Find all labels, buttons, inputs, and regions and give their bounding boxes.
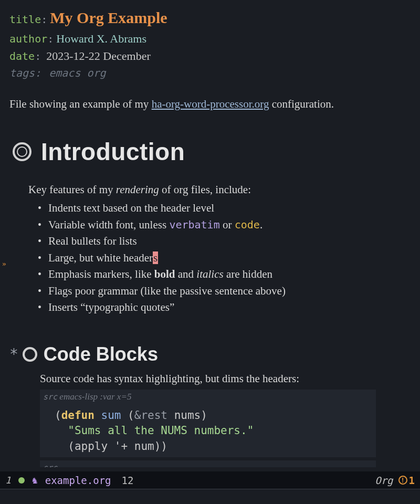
- warning-count: 1: [409, 475, 415, 486]
- section-codeblocks-body: Source code has syntax highlighting, but…: [40, 371, 411, 467]
- src-block-begin: src emacs-lisp :var x=5: [40, 390, 376, 405]
- meta-tags-line: tags: emacs org: [9, 66, 411, 81]
- meta-key-author: author: [9, 33, 47, 45]
- list-item: Real bullets for lists: [38, 233, 411, 250]
- editor-buffer[interactable]: title: My Org Example author: Howard X. …: [0, 0, 420, 467]
- warning-icon: !: [398, 476, 407, 485]
- meta-title-line: title: My Org Example: [9, 6, 411, 29]
- modeline[interactable]: 1 ♞ example.org 12 Org ! 1: [0, 471, 420, 489]
- modeline-right: Org ! 1: [375, 475, 415, 486]
- section2-lead: Source code has syntax highlighting, but…: [40, 371, 411, 386]
- line-number: 12: [122, 475, 134, 486]
- meta-tags-value: emacs org: [49, 67, 106, 79]
- section1-lead: Key features of my rendering of org file…: [28, 182, 411, 198]
- heading1-text: Introduction: [41, 138, 185, 166]
- verbatim-text: verbatim: [169, 218, 219, 231]
- cursor-icon: s: [153, 251, 158, 264]
- list-item: Inserts “typographic quotes”: [38, 299, 411, 316]
- flycheck-warning[interactable]: ! 1: [398, 475, 415, 486]
- heading2-text: Code Blocks: [44, 343, 158, 365]
- feature-list: Indents text based on the header level V…: [38, 200, 411, 316]
- asterisk-icon: *: [9, 345, 18, 363]
- bullet-icon: [23, 347, 37, 362]
- intro-paragraph: File showing an example of my ha-org-wor…: [9, 97, 411, 112]
- code-text: code: [235, 218, 260, 231]
- modified-indicator-icon: [18, 477, 25, 484]
- heading-introduction[interactable]: Introduction: [13, 138, 411, 166]
- meta-date-value: 2023-12-22 December: [46, 49, 151, 62]
- list-item: Flags poor grammar (like the passive sen…: [38, 283, 411, 300]
- config-link[interactable]: ha-org-word-processor.org: [152, 98, 269, 110]
- meta-key-title: title: [9, 13, 41, 26]
- heading-code-blocks[interactable]: * Code Blocks: [9, 343, 411, 365]
- major-mode[interactable]: Org: [375, 475, 393, 486]
- section-introduction-body: Key features of my rendering of org file…: [28, 182, 411, 316]
- window-number: 1: [5, 475, 11, 486]
- src-block-code[interactable]: (defun sum (&rest nums) "Sums all the NU…: [40, 405, 376, 457]
- buffer-name[interactable]: example.org: [45, 475, 111, 486]
- meta-date-line: date: 2023-12-22 December: [9, 48, 411, 65]
- meta-author-value: Howard X. Abrams: [56, 32, 146, 45]
- meta-author-line: author: Howard X. Abrams: [9, 30, 411, 47]
- list-item: Variable width font, unless verbatim or …: [38, 217, 411, 234]
- src-block-end: src: [40, 460, 376, 467]
- bullet-icon: [13, 142, 32, 161]
- fringe-arrow-icon: »: [2, 260, 6, 268]
- evil-state-icon: ♞: [32, 475, 38, 486]
- modeline-left: 1 ♞ example.org 12: [5, 475, 133, 486]
- list-item: Large, but white headers: [38, 250, 411, 267]
- meta-key-tags: tags:: [9, 67, 41, 79]
- meta-title-value: My Org Example: [50, 9, 167, 26]
- list-item: Emphasis markers, like bold and italics …: [38, 266, 411, 283]
- list-item: Indents text based on the header level: [38, 200, 411, 217]
- minibuffer[interactable]: [0, 489, 420, 504]
- meta-key-date: date: [9, 50, 35, 62]
